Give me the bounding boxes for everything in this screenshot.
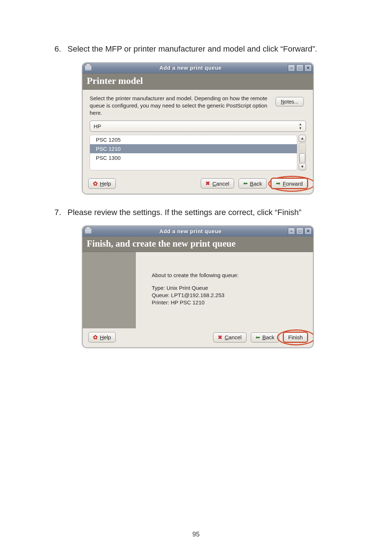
step-7-text: Please review the settings. If the setti… bbox=[68, 207, 345, 218]
step-6-line: 6. Select the MFP or printer manufacture… bbox=[54, 44, 345, 55]
list-item-selected[interactable]: PSC 1210 bbox=[90, 144, 297, 153]
finish-label: Finish bbox=[288, 334, 303, 340]
titlebar[interactable]: Add a new print queue – □ ✕ bbox=[82, 226, 313, 236]
x-icon: ✖ bbox=[205, 180, 210, 187]
minimize-button[interactable]: – bbox=[288, 64, 295, 72]
step-6-text: Select the MFP or printer manufacturer a… bbox=[68, 44, 345, 55]
list-item-label: PSC 1205 bbox=[96, 137, 121, 143]
button-row: ✿ Help ✖ Cancel ⬅ Back ➡ Forward bbox=[82, 175, 313, 194]
arrow-right-icon: ➡ bbox=[276, 180, 281, 187]
window-buttons: – □ ✕ bbox=[288, 227, 312, 235]
notes-button[interactable]: Notes... bbox=[275, 97, 304, 106]
left-sidebar-pane bbox=[82, 252, 136, 328]
step-7: 7. Please review the settings. If the se… bbox=[51, 207, 345, 218]
list-item-label: PSC 1300 bbox=[96, 155, 121, 161]
description-text: Select the printer manufacturer and mode… bbox=[90, 95, 268, 117]
document-page: 6. Select the MFP or printer manufacture… bbox=[0, 0, 392, 555]
step-7-line: 7. Please review the settings. If the se… bbox=[54, 207, 345, 218]
lifebuoy-icon: ✿ bbox=[93, 180, 98, 187]
titlebar[interactable]: Add a new print queue – □ ✕ bbox=[82, 63, 313, 73]
cancel-mnemonic: C bbox=[225, 334, 229, 340]
notes-label-rest: otes... bbox=[285, 99, 298, 105]
x-icon: ✖ bbox=[218, 334, 222, 341]
list-item[interactable]: PSC 1205 bbox=[90, 135, 297, 144]
help-button[interactable]: ✿ Help bbox=[88, 332, 116, 343]
dialog-body: Select the printer manufacturer and mode… bbox=[82, 90, 313, 175]
button-row: ✿ Help ✖ Cancel ⬅ Back Finish bbox=[82, 328, 313, 348]
maximize-button[interactable]: □ bbox=[296, 64, 303, 72]
list-item[interactable]: PSC 1300 bbox=[90, 153, 297, 162]
summary-type: Type: Unix Print Queue bbox=[152, 284, 306, 292]
minimize-button[interactable]: – bbox=[288, 227, 295, 235]
list-item-label: PSC 1210 bbox=[96, 146, 121, 152]
back-button[interactable]: ⬅ Back bbox=[251, 332, 279, 343]
cancel-button[interactable]: ✖ Cancel bbox=[213, 332, 246, 343]
help-label-rest: elp bbox=[104, 334, 111, 340]
help-label-rest: elp bbox=[104, 181, 111, 187]
notes-mnemonic: N bbox=[281, 99, 285, 105]
back-mnemonic: B bbox=[262, 334, 266, 340]
step-7-number: 7. bbox=[54, 207, 68, 218]
scrollbar[interactable]: ▲ ▼ bbox=[299, 135, 306, 170]
forward-label-rest: orward bbox=[286, 181, 303, 187]
back-label-rest: ack bbox=[266, 334, 274, 340]
step-6: 6. Select the MFP or printer manufacture… bbox=[51, 44, 345, 55]
window-title: Add a new print queue bbox=[93, 228, 288, 234]
step-6-number: 6. bbox=[54, 44, 68, 55]
section-heading: Printer model bbox=[82, 73, 313, 90]
scroll-up-icon[interactable]: ▲ bbox=[299, 135, 306, 142]
scroll-down-icon[interactable]: ▼ bbox=[299, 163, 306, 170]
window-buttons: – □ ✕ bbox=[288, 64, 312, 72]
arrow-left-icon: ⬅ bbox=[256, 334, 260, 341]
lifebuoy-icon: ✿ bbox=[93, 334, 98, 341]
dialog-finish-queue: Add a new print queue – □ ✕ Finish, and … bbox=[82, 225, 314, 348]
summary-printer: Printer: HP PSC 1210 bbox=[152, 299, 306, 306]
cancel-label-rest: ancel bbox=[229, 334, 242, 340]
summary-queue: Queue: LPT1@192.168.2.253 bbox=[152, 292, 306, 299]
section-heading: Finish, and create the new print queue bbox=[82, 236, 313, 252]
manufacturer-value: HP bbox=[94, 123, 101, 129]
close-button[interactable]: ✕ bbox=[305, 64, 312, 72]
cancel-mnemonic: C bbox=[212, 181, 216, 187]
page-number: 95 bbox=[0, 531, 392, 538]
description-row: Select the printer manufacturer and mode… bbox=[90, 95, 306, 117]
window-title: Add a new print queue bbox=[93, 65, 288, 71]
scroll-thumb[interactable] bbox=[299, 153, 305, 163]
back-label-rest: ack bbox=[254, 181, 262, 187]
printer-icon bbox=[85, 228, 92, 234]
back-button[interactable]: ⬅ Back bbox=[238, 178, 267, 189]
spin-icon: ▲▼ bbox=[299, 122, 302, 130]
help-mnemonic: H bbox=[100, 334, 104, 340]
summary-pane: About to create the following queue: Typ… bbox=[139, 252, 313, 328]
printer-icon bbox=[85, 65, 92, 71]
dialog-printer-model: Add a new print queue – □ ✕ Printer mode… bbox=[82, 62, 314, 195]
close-button[interactable]: ✕ bbox=[305, 227, 312, 235]
dialog-body: About to create the following queue: Typ… bbox=[82, 252, 313, 328]
forward-button[interactable]: ➡ Forward bbox=[271, 178, 307, 189]
scroll-track[interactable] bbox=[299, 143, 306, 162]
cancel-button[interactable]: ✖ Cancel bbox=[201, 178, 234, 189]
back-mnemonic: B bbox=[250, 181, 254, 187]
finish-button[interactable]: Finish bbox=[283, 332, 307, 342]
maximize-button[interactable]: □ bbox=[296, 227, 303, 235]
arrow-left-icon: ⬅ bbox=[243, 180, 248, 187]
about-text: About to create the following queue: bbox=[152, 272, 306, 279]
help-button[interactable]: ✿ Help bbox=[88, 178, 116, 189]
forward-mnemonic: F bbox=[283, 181, 286, 187]
help-mnemonic: H bbox=[100, 181, 104, 187]
cancel-label-rest: ancel bbox=[216, 181, 229, 187]
model-listbox[interactable]: PSC 1205 PSC 1210 PSC 1300 bbox=[90, 135, 297, 170]
model-list-wrap: PSC 1205 PSC 1210 PSC 1300 ▲ ▼ bbox=[90, 135, 306, 170]
manufacturer-select[interactable]: HP ▲▼ bbox=[90, 121, 306, 132]
